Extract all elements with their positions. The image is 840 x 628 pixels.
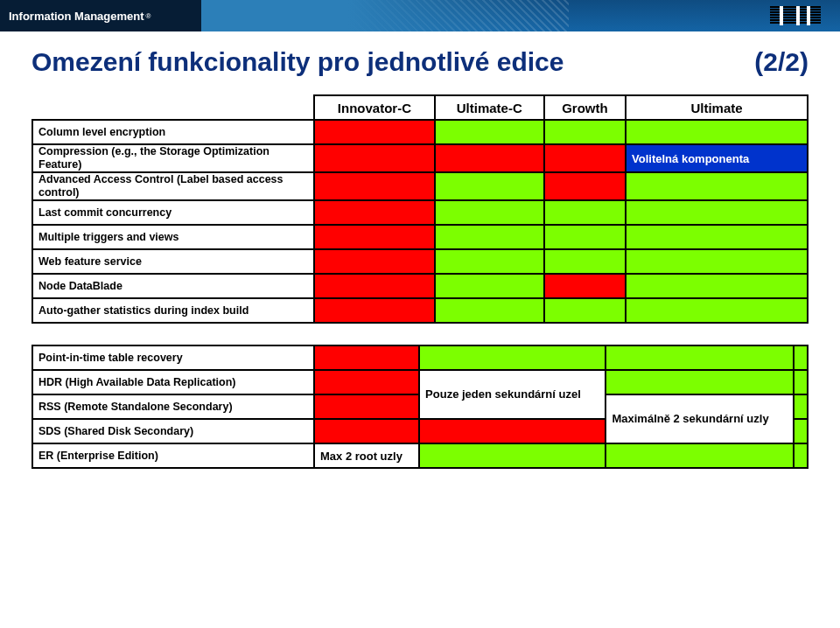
svg-rect-8 bbox=[796, 6, 800, 25]
table-row: Auto-gather statistics during index buil… bbox=[32, 298, 808, 323]
cell bbox=[606, 370, 794, 394]
col-ultimate-c: Ultimate-C bbox=[435, 95, 544, 120]
header-decor bbox=[201, 0, 569, 31]
cell bbox=[314, 345, 419, 370]
cell bbox=[794, 345, 808, 370]
svg-rect-1 bbox=[770, 9, 821, 10]
table-row: Point-in-time table recovery bbox=[32, 345, 808, 370]
cell bbox=[419, 443, 606, 468]
brand-box: Information Management ® bbox=[0, 0, 201, 31]
row-label: Last commit concurrency bbox=[32, 200, 314, 225]
cell bbox=[435, 298, 544, 323]
table-row: Last commit concurrency bbox=[32, 200, 808, 225]
table-row: Column level encryption bbox=[32, 120, 808, 144]
row-label: Auto-gather statistics during index buil… bbox=[32, 298, 314, 323]
table-row: Multiple triggers and views bbox=[32, 225, 808, 249]
table-header-row: Innovator-C Ultimate-C Growth Ultimate bbox=[32, 95, 808, 120]
col-growth: Growth bbox=[544, 95, 626, 120]
cell bbox=[544, 225, 626, 249]
slide-header: Information Management ® bbox=[0, 0, 840, 31]
cell bbox=[314, 298, 435, 323]
cell bbox=[435, 144, 544, 172]
row-label: ER (Enterprise Edition) bbox=[32, 443, 314, 468]
cell bbox=[314, 419, 419, 443]
cell bbox=[544, 172, 626, 200]
cell bbox=[626, 298, 808, 323]
cell bbox=[626, 172, 808, 200]
cell bbox=[544, 144, 626, 172]
cell bbox=[314, 120, 435, 144]
svg-rect-2 bbox=[770, 11, 821, 13]
row-label: SDS (Shared Disk Secondary) bbox=[32, 419, 314, 443]
cell bbox=[544, 249, 626, 274]
table-row: Advanced Access Control (Label based acc… bbox=[32, 172, 808, 200]
row-label: Node DataBlade bbox=[32, 274, 314, 298]
page-title: Omezení funkcionality pro jednotlivé edi… bbox=[0, 31, 840, 82]
empty-corner bbox=[32, 95, 314, 120]
brand-text: Information Management bbox=[9, 10, 144, 23]
cell bbox=[314, 370, 419, 394]
svg-rect-4 bbox=[770, 17, 821, 18]
row-label: Point-in-time table recovery bbox=[32, 345, 314, 370]
cell-note: Maximálně 2 sekundární uzly bbox=[606, 394, 794, 443]
row-label: Advanced Access Control (Label based acc… bbox=[32, 172, 314, 200]
cell bbox=[544, 120, 626, 144]
cell bbox=[419, 345, 606, 370]
feature-table-2: Point-in-time table recovery HDR (High A… bbox=[32, 345, 808, 469]
cell bbox=[544, 200, 626, 225]
cell bbox=[626, 249, 808, 274]
svg-rect-0 bbox=[770, 6, 821, 8]
cell bbox=[314, 225, 435, 249]
svg-rect-9 bbox=[807, 6, 810, 25]
cell bbox=[314, 144, 435, 172]
cell bbox=[794, 394, 808, 419]
cell bbox=[314, 172, 435, 200]
table-row: HDR (High Available Data Replication) Po… bbox=[32, 370, 808, 394]
col-ultimate: Ultimate bbox=[626, 95, 808, 120]
cell bbox=[314, 200, 435, 225]
cell bbox=[606, 345, 794, 370]
row-label: RSS (Remote Standalone Secondary) bbox=[32, 394, 314, 419]
cell bbox=[626, 225, 808, 249]
cell bbox=[314, 274, 435, 298]
cell bbox=[435, 200, 544, 225]
cell bbox=[544, 298, 626, 323]
cell bbox=[544, 274, 626, 298]
table-row: Web feature service bbox=[32, 249, 808, 274]
table-row: Compression (e.g., the Storage Optimizat… bbox=[32, 144, 808, 172]
cell bbox=[626, 274, 808, 298]
cell bbox=[435, 274, 544, 298]
row-label: HDR (High Available Data Replication) bbox=[32, 370, 314, 394]
page-indicator: (2/2) bbox=[754, 47, 808, 77]
feature-table-1: Innovator-C Ultimate-C Growth Ultimate C… bbox=[32, 94, 808, 324]
svg-rect-5 bbox=[770, 19, 821, 21]
cell bbox=[435, 249, 544, 274]
cell bbox=[794, 370, 808, 394]
table-row: ER (Enterprise Edition) Max 2 root uzly bbox=[32, 443, 808, 468]
cell bbox=[606, 443, 794, 468]
row-label: Web feature service bbox=[32, 249, 314, 274]
cell-note: Max 2 root uzly bbox=[314, 443, 419, 468]
col-innovator-c: Innovator-C bbox=[314, 95, 435, 120]
svg-rect-3 bbox=[770, 14, 821, 16]
svg-rect-6 bbox=[770, 22, 821, 24]
svg-rect-7 bbox=[780, 6, 783, 25]
cell bbox=[626, 120, 808, 144]
row-label: Multiple triggers and views bbox=[32, 225, 314, 249]
cell bbox=[435, 225, 544, 249]
cell bbox=[419, 419, 606, 443]
cell bbox=[314, 394, 419, 419]
row-label: Column level encryption bbox=[32, 120, 314, 144]
title-text: Omezení funkcionality pro jednotlivé edi… bbox=[32, 47, 564, 76]
cell-note: Pouze jeden sekundární uzel bbox=[419, 370, 606, 419]
cell bbox=[435, 120, 544, 144]
cell bbox=[794, 419, 808, 443]
table-row: Node DataBlade bbox=[32, 274, 808, 298]
cell bbox=[314, 249, 435, 274]
cell-optional: Volitelná komponenta bbox=[626, 144, 808, 172]
brand-trademark: ® bbox=[146, 12, 151, 20]
ibm-logo-icon bbox=[770, 6, 821, 25]
row-label: Compression (e.g., the Storage Optimizat… bbox=[32, 144, 314, 172]
cell bbox=[626, 200, 808, 225]
cell bbox=[435, 172, 544, 200]
